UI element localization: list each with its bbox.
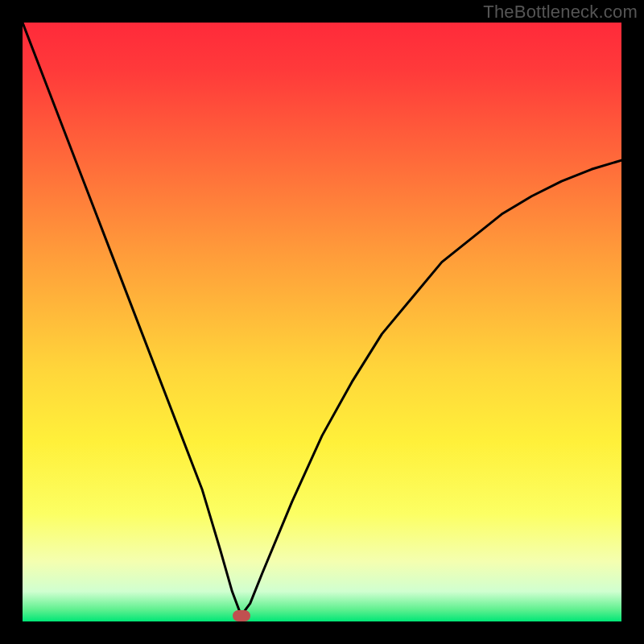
chart-frame: TheBottleneck.com xyxy=(0,0,644,644)
minimum-marker xyxy=(233,610,250,621)
plot-area xyxy=(23,23,621,621)
watermark-text: TheBottleneck.com xyxy=(483,2,638,23)
